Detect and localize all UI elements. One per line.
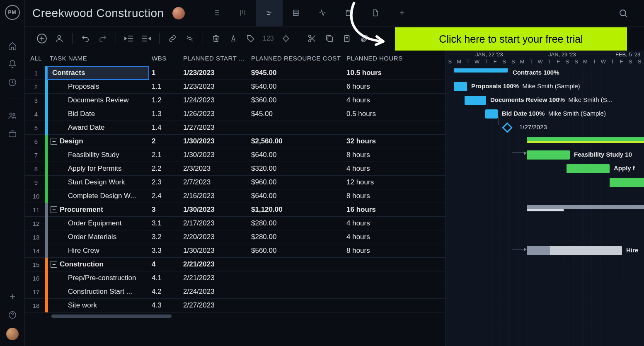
view-board-icon[interactable]	[230, 0, 256, 27]
row-number[interactable]: 1	[25, 70, 45, 77]
start-date-cell[interactable]: 1/30/2023	[183, 206, 251, 214]
start-date-cell[interactable]: 2/16/2023	[183, 192, 251, 200]
user-avatar[interactable]	[6, 328, 19, 340]
hours-cell[interactable]: 12 hours	[346, 178, 421, 186]
text-style-icon[interactable]	[226, 31, 240, 46]
collapse-toggle[interactable]: −	[51, 261, 57, 268]
cost-cell[interactable]: $1,120.00	[251, 206, 346, 214]
row-number[interactable]: 2	[25, 83, 45, 90]
task-name-cell[interactable]: Site work	[45, 299, 152, 312]
row-number[interactable]: 15	[25, 261, 45, 268]
start-date-cell[interactable]: 2/27/2023	[183, 301, 251, 310]
col-start-header[interactable]: PLANNED START ...	[183, 55, 251, 62]
start-date-cell[interactable]: 1/23/2023	[183, 69, 251, 77]
task-row[interactable]: 6−Design21/30/2023$2,560.0032 hours	[25, 135, 445, 148]
hours-cell[interactable]: 4 hours	[346, 219, 421, 227]
hours-cell[interactable]: 32 hours	[346, 137, 421, 145]
row-number[interactable]: 10	[25, 193, 45, 200]
gantt-timeline-header[interactable]: JAN, 22 '23JAN, 29 '23FEB, 5 '23 SMTWTFS…	[445, 51, 644, 66]
wbs-cell[interactable]: 1.4	[152, 123, 183, 132]
cost-cell[interactable]: $640.00	[251, 151, 346, 159]
hours-cell[interactable]: 4 hours	[346, 165, 421, 173]
view-gantt-icon[interactable]	[256, 0, 283, 27]
cut-icon[interactable]	[305, 31, 319, 46]
row-number[interactable]: 17	[25, 288, 45, 295]
hours-cell[interactable]: 8 hours	[346, 151, 421, 159]
task-row[interactable]: 17Construction Start ...4.22/24/2023	[25, 285, 445, 299]
collapse-toggle[interactable]: −	[51, 206, 57, 213]
briefcase-icon[interactable]	[7, 128, 18, 139]
people-icon[interactable]	[7, 110, 18, 121]
hours-cell[interactable]: 0.5 hours	[346, 110, 421, 118]
task-name-cell[interactable]: Contracts	[45, 66, 152, 80]
hours-cell[interactable]: 16 hours	[346, 206, 421, 214]
start-date-cell[interactable]: 1/26/2023	[183, 110, 251, 118]
tag-icon[interactable]	[244, 31, 258, 46]
link-icon[interactable]	[165, 31, 179, 46]
task-name-cell[interactable]: Prep/Pre-construction	[45, 271, 152, 285]
start-date-cell[interactable]: 2/17/2023	[183, 219, 251, 227]
start-date-cell[interactable]: 2/24/2023	[183, 288, 251, 296]
hours-cell[interactable]: 8 hours	[346, 247, 421, 255]
start-date-cell[interactable]: 2/20/2023	[183, 233, 251, 241]
col-taskname-header[interactable]: TASK NAME	[45, 55, 152, 62]
gantt-body[interactable]: Contracts 100% Proposals 100% Mike Smith…	[445, 66, 644, 346]
search-icon[interactable]	[618, 8, 637, 18]
wbs-cell[interactable]: 2	[152, 137, 183, 145]
wbs-cell[interactable]: 1	[152, 69, 183, 77]
start-date-cell[interactable]: 2/21/2023	[183, 274, 251, 282]
undo-icon[interactable]	[78, 31, 92, 46]
task-name-cell[interactable]: −Construction	[45, 258, 152, 271]
task-name-cell[interactable]: −Design	[45, 135, 152, 148]
indent-icon[interactable]	[139, 31, 153, 46]
task-row[interactable]: 2Proposals1.11/23/2023$540.006 hours	[25, 80, 445, 94]
start-date-cell[interactable]: 2/21/2023	[183, 260, 251, 269]
task-name-cell[interactable]: Apply for Permits	[45, 162, 152, 176]
task-row[interactable]: 3Documents Review1.21/24/2023$360.004 ho…	[25, 94, 445, 107]
copy-icon[interactable]	[322, 31, 337, 46]
redo-icon[interactable]	[96, 31, 110, 46]
view-activity-icon[interactable]	[309, 0, 336, 27]
cost-cell[interactable]: $320.00	[251, 165, 346, 173]
row-number[interactable]: 14	[25, 247, 45, 254]
task-name-cell[interactable]: Feasibility Study	[45, 148, 152, 162]
task-name-cell[interactable]: Start Design Work	[45, 176, 152, 189]
wbs-cell[interactable]: 1.1	[152, 82, 183, 91]
task-row[interactable]: 9Start Design Work2.32/7/2023$960.0012 h…	[25, 176, 445, 189]
col-cost-header[interactable]: PLANNED RESOURCE COST	[251, 55, 346, 62]
wbs-cell[interactable]: 3	[152, 206, 183, 214]
cost-cell[interactable]: $2,560.00	[251, 137, 346, 145]
wbs-cell[interactable]: 1.3	[152, 110, 183, 118]
task-row[interactable]: 15−Construction42/21/2023	[25, 258, 445, 271]
task-name-cell[interactable]: Documents Review	[45, 94, 152, 107]
start-date-cell[interactable]: 1/23/2023	[183, 82, 251, 91]
row-number[interactable]: 16	[25, 275, 45, 282]
view-calendar-icon[interactable]	[336, 0, 362, 27]
trash-icon[interactable]	[209, 31, 223, 46]
task-row[interactable]: 13Order Materials3.22/20/2023$280.004 ho…	[25, 230, 445, 244]
row-number[interactable]: 12	[25, 220, 45, 227]
row-number[interactable]: 8	[25, 165, 45, 172]
start-date-cell[interactable]: 1/27/2023	[183, 123, 251, 132]
task-name-cell[interactable]: Award Date	[45, 121, 152, 135]
row-number[interactable]: 11	[25, 206, 45, 213]
wbs-cell[interactable]: 2.4	[152, 192, 183, 200]
task-name-cell[interactable]: Complete Design W...	[45, 189, 152, 203]
row-number[interactable]: 7	[25, 152, 45, 159]
cost-cell[interactable]: $640.00	[251, 192, 346, 200]
wbs-cell[interactable]: 4.2	[152, 288, 183, 296]
col-wbs-header[interactable]: WBS	[152, 55, 183, 62]
hours-cell[interactable]: 8 hours	[346, 192, 421, 200]
outdent-icon[interactable]	[122, 31, 136, 46]
project-avatar[interactable]	[172, 7, 185, 19]
view-file-icon[interactable]	[362, 0, 389, 27]
wbs-cell[interactable]: 3.1	[152, 219, 183, 227]
wbs-cell[interactable]: 3.3	[152, 247, 183, 255]
view-add-icon[interactable]	[389, 0, 415, 27]
diamond-icon[interactable]	[279, 31, 293, 46]
home-icon[interactable]	[7, 41, 18, 51]
task-row[interactable]: 10Complete Design W...2.42/16/2023$640.0…	[25, 189, 445, 203]
row-number[interactable]: 4	[25, 111, 45, 118]
wbs-cell[interactable]: 4.1	[152, 274, 183, 282]
wbs-cell[interactable]: 2.1	[152, 151, 183, 159]
